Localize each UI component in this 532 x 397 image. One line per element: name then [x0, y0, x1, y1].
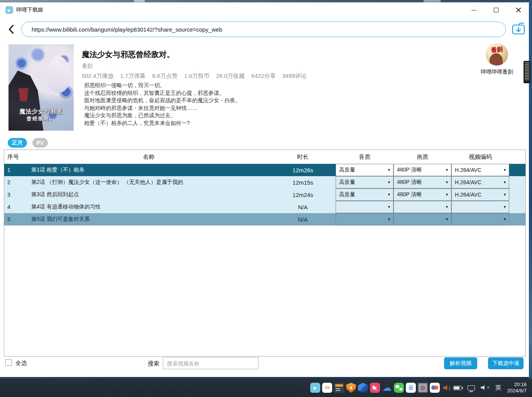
select-all-label: 全选: [15, 360, 27, 367]
video-title: 魔法少女与邪恶曾经敌对。: [82, 49, 174, 60]
audio-quality-select[interactable]: 高质量▼: [336, 176, 394, 188]
maximize-icon: [494, 8, 498, 12]
codec-select[interactable]: H.264/AVC▼: [451, 188, 509, 201]
table-header: 序号 名称 时长 音质 画质 视频编码: [4, 150, 525, 164]
battery-icon[interactable]: [453, 386, 462, 390]
stat-plays: 502.4万播放: [82, 72, 114, 80]
parse-video-button[interactable]: 解析视频: [444, 357, 477, 369]
dropdown-arrow-icon: ▼: [445, 205, 449, 209]
taskbar-wechat-icon[interactable]: [394, 383, 404, 393]
video-quality-select[interactable]: ▼: [394, 201, 451, 213]
description-line: 这个残忍而狡猾的组织，其智囊正是王的心腹，邪恶参谋。: [84, 89, 241, 97]
terminal-line: [336, 388, 340, 389]
widget-line: [525, 64, 529, 65]
terminal-line: [336, 390, 340, 391]
codec-select[interactable]: H.264/AVC▼: [451, 176, 509, 188]
video-quality-select[interactable]: 480P 清晰▼: [394, 188, 451, 201]
titlebar: ▶ 哔哩下载姬: [0, 2, 529, 18]
audio-quality-select[interactable]: 高质量▼: [336, 164, 394, 176]
close-icon: [516, 7, 521, 13]
channel-block: 番剧 哔哩哔哩番剧: [478, 43, 516, 76]
back-button[interactable]: [5, 22, 17, 36]
taskbar-pink-media-icon[interactable]: [370, 383, 380, 393]
cover-title-line1: 魔法少女与邪恶: [8, 108, 74, 115]
row-duration: N/A: [270, 204, 336, 210]
download-folder-button[interactable]: [511, 22, 526, 36]
header-name: 名称: [27, 153, 270, 161]
audio-quality-select[interactable]: 高质量▼: [336, 188, 394, 201]
row-duration: N/A: [270, 216, 336, 223]
channel-avatar[interactable]: 番剧: [486, 43, 508, 66]
tab-main-episodes[interactable]: 正片: [8, 138, 27, 148]
url-input[interactable]: [21, 22, 506, 37]
widget-line: [525, 66, 529, 66]
video-quality-select[interactable]: ▼: [394, 213, 451, 225]
codec-select[interactable]: ▼: [451, 201, 509, 213]
close-button[interactable]: [513, 5, 524, 15]
select-all-checkbox[interactable]: [5, 359, 12, 366]
video-quality-select[interactable]: 480P 清晰▼: [394, 176, 451, 188]
muted-speaker-icon[interactable]: ×: [481, 385, 489, 391]
select-value: 高质量: [339, 167, 355, 173]
episode-row-3[interactable]: 3 第3话 然后回到起点 12m24s 高质量▼ 480P 清晰▼ H.264/…: [4, 188, 525, 201]
episode-row-4[interactable]: 4 第4话 有追逐移动物体的习性 N/A ▼ ▼ ▼: [4, 201, 525, 213]
stat-likes: 6.6万点赞: [152, 72, 177, 80]
episode-row-1[interactable]: 1 第1话 相爱（不）相杀 12m26s 高质量▼ 480P 清晰▼ H.264…: [4, 164, 525, 176]
taskbar-rings-app-icon[interactable]: [430, 383, 440, 393]
video-quality-select[interactable]: 480P 清晰▼: [394, 164, 451, 176]
taskbar-cloud-drive-icon[interactable]: ☁: [382, 383, 392, 393]
select-value: H.264/AVC: [455, 167, 481, 173]
taskbar-terminal-icon[interactable]: [334, 383, 344, 393]
row-name: 第4话 有追逐移动物体的习性: [27, 204, 270, 210]
codec-select[interactable]: H.264/AVC▼: [451, 164, 509, 176]
tab-pv[interactable]: PV: [32, 138, 48, 148]
cover-girl-figure: [47, 56, 71, 93]
widget-line: [525, 73, 529, 74]
taskbar-bilibili-downloader-icon[interactable]: ▶: [310, 383, 320, 393]
stat-coins: 1.6万投币: [184, 72, 209, 80]
select-value: 480P 清晰: [397, 191, 422, 198]
taskbar-security-shield-icon[interactable]: [346, 383, 356, 393]
desktop-monitor-widget: [524, 61, 530, 83]
app-title: 哔哩下载姬: [16, 7, 43, 13]
dropdown-arrow-icon: ▼: [445, 180, 449, 184]
terminal-titlebar: [335, 384, 343, 387]
avatar-text: 番剧: [486, 45, 508, 55]
taskbar-code-tool-icon[interactable]: <>: [322, 383, 332, 393]
dropdown-arrow-icon: ▼: [445, 168, 449, 172]
desktop-wallpaper-right: [529, 0, 532, 378]
search-input[interactable]: [163, 357, 258, 369]
episode-row-5[interactable]: 5 第5话 我们可是敌对关系 N/A ▼ ▼ ▼: [4, 213, 525, 225]
row-name: 第5话 我们可是敌对关系: [27, 216, 270, 223]
taskbar-blue-cube-icon[interactable]: [358, 383, 368, 393]
stat-danmaku: 1.7万弹幕: [120, 72, 146, 80]
header-video: 画质: [394, 153, 451, 161]
clock-date: 2024/8/7: [507, 388, 527, 394]
taskbar-screen-block-icon[interactable]: ⊘: [418, 383, 428, 393]
widget-line: [525, 70, 529, 71]
maximize-button[interactable]: [490, 5, 502, 15]
description-line: 面对地面遭受侵略的危机，奋起迎战的是不幸的魔法少女・白夜。: [84, 97, 241, 104]
taskbar: ▶ <> ☁ 云 ⊘ × 英 20:16 2024/8/7: [0, 378, 532, 397]
download-selected-button[interactable]: 下载选中项: [488, 357, 524, 369]
row-index: 1: [4, 167, 27, 173]
stat-favorites: 26.0万收藏: [216, 72, 245, 80]
row-index: 3: [4, 192, 27, 198]
taskbar-orange-speaker-icon[interactable]: [442, 383, 452, 393]
mute-x: ×: [487, 385, 489, 390]
stat-shares: 6422分享: [251, 72, 275, 80]
episode-row-2[interactable]: 2 第2话 （打倒）魔法少女（这一使命） （无关他人）是属于我的 12m15s …: [4, 176, 525, 188]
widget-line-green: [525, 79, 529, 80]
minimize-button[interactable]: [468, 5, 480, 15]
taskbar-yun-app-icon[interactable]: 云: [406, 383, 416, 393]
stat-comments: 3489评论: [282, 72, 307, 80]
codec-select[interactable]: ▼: [451, 213, 509, 225]
clock[interactable]: 20:16 2024/8/7: [507, 382, 527, 394]
description-line: 邪恶组织一侵略一切，毁灭一切。: [84, 82, 241, 89]
language-indicator[interactable]: 英: [495, 384, 501, 392]
network-monitor-icon[interactable]: [468, 385, 475, 390]
select-value: H.264/AVC: [455, 192, 481, 198]
audio-quality-select[interactable]: ▼: [336, 213, 394, 225]
dropdown-arrow-icon: ▼: [387, 180, 391, 184]
audio-quality-select[interactable]: ▼: [336, 201, 394, 213]
